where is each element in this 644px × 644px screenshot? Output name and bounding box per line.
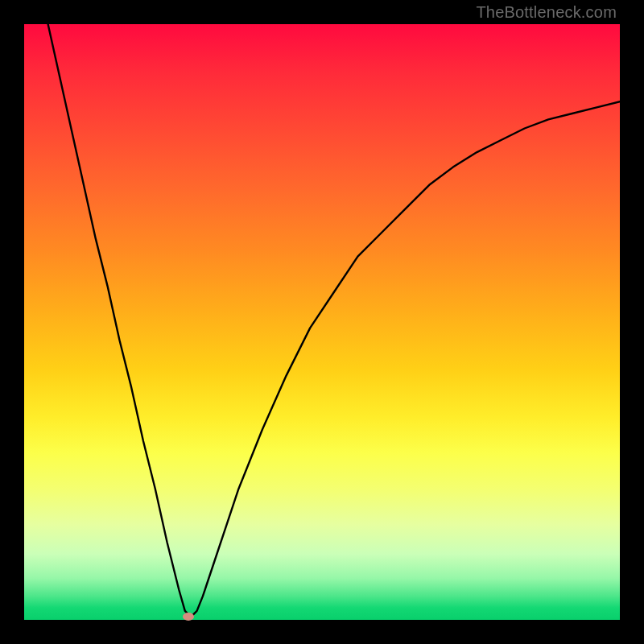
bottleneck-curve <box>48 24 620 617</box>
optimal-point-marker <box>183 613 194 621</box>
plot-area <box>24 24 620 620</box>
curve-svg <box>24 24 620 620</box>
chart-frame: TheBottleneck.com <box>0 0 644 644</box>
watermark-text: TheBottleneck.com <box>476 3 617 22</box>
